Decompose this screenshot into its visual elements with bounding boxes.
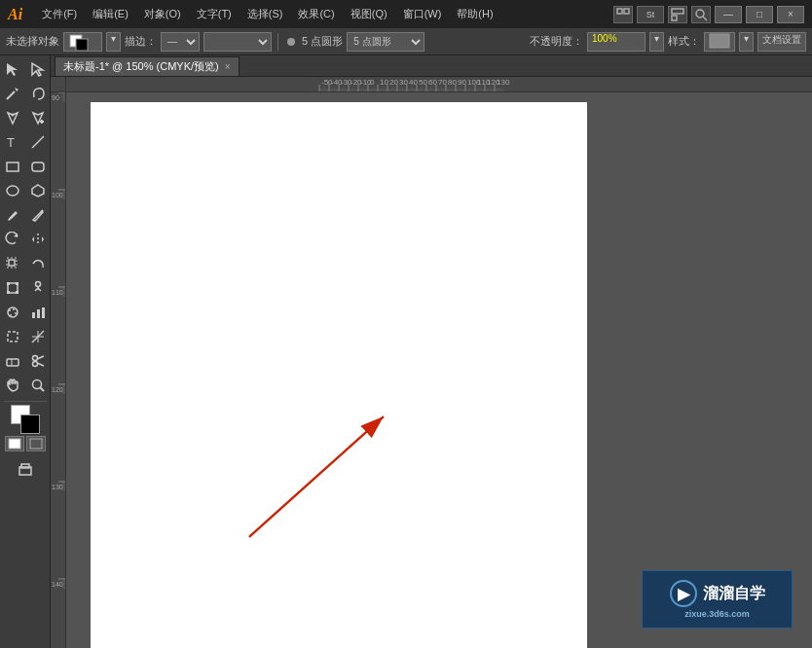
polygon-tool[interactable] (26, 179, 50, 202)
watermark-badge[interactable]: ▶ 溜溜自学 zixue.3d6s.com (642, 570, 793, 629)
normal-mode-icon[interactable] (5, 436, 24, 451)
options-bar: 未选择对象 ▾ 描边： — 5 点圆形 5 点圆形 不透明度： 100% ▾ 样… (0, 28, 812, 55)
document-tab[interactable]: 未标题-1* @ 150% (CMYK/预览) × (55, 56, 240, 76)
workspace-icon[interactable] (668, 6, 687, 23)
point-shape-label: 5 点圆形 (302, 34, 343, 49)
warp-tool[interactable] (26, 252, 50, 275)
style-arrow[interactable]: ▾ (739, 32, 754, 52)
svg-text:130: 130 (497, 78, 510, 87)
svg-marker-13 (15, 88, 18, 91)
selection-tool[interactable] (1, 57, 24, 81)
svg-text:120: 120 (52, 386, 63, 393)
stroke-preview[interactable] (63, 32, 102, 52)
watermark-sub: zixue.3d6s.com (684, 609, 750, 619)
svg-rect-32 (16, 282, 18, 285)
scissors-tool[interactable] (26, 349, 50, 373)
stroke-arrow[interactable]: ▾ (106, 32, 121, 52)
menu-window[interactable]: 窗口(W) (397, 5, 448, 23)
color-pair[interactable] (11, 405, 40, 434)
graph-tool[interactable] (26, 301, 50, 324)
watermark-inner: ▶ 溜溜自学 (670, 580, 765, 607)
lasso-tool[interactable] (26, 82, 50, 105)
tab-close-button[interactable]: × (225, 61, 231, 72)
tool-row-magic (1, 82, 50, 105)
eraser-tool[interactable] (1, 349, 24, 373)
svg-rect-9 (710, 34, 729, 48)
maximize-button[interactable]: □ (746, 6, 773, 23)
menu-help[interactable]: 帮助(H) (451, 5, 498, 23)
drawing-canvas[interactable]: ▶ 溜溜自学 zixue.3d6s.com (66, 92, 812, 648)
tool-row-rotate (1, 228, 50, 251)
magic-wand-tool[interactable] (1, 82, 24, 105)
scale-tool[interactable] (1, 252, 24, 275)
essentials-icon[interactable]: St (637, 6, 664, 23)
pencil-tool[interactable] (26, 203, 50, 227)
svg-rect-60 (30, 439, 42, 449)
svg-point-8 (287, 38, 295, 46)
horizontal-ruler: // Will be drawn by JS below -50-40-30-2… (66, 77, 812, 92)
brush-tool[interactable] (1, 203, 24, 227)
background-color[interactable] (20, 414, 40, 434)
svg-line-12 (7, 91, 15, 99)
menu-file[interactable]: 文件(F) (36, 5, 83, 23)
rectangle-tool[interactable] (1, 155, 24, 178)
screen-mode-icon[interactable] (26, 436, 46, 451)
rounded-rect-tool[interactable] (26, 155, 50, 178)
tool-row-hand (1, 374, 50, 397)
svg-point-14 (11, 114, 14, 117)
symbol-spray-tool[interactable] (1, 301, 24, 324)
svg-point-42 (15, 312, 17, 314)
svg-marker-11 (32, 63, 43, 76)
menu-select[interactable]: 选择(S) (241, 5, 289, 23)
reflect-tool[interactable] (26, 228, 50, 251)
line-tool[interactable] (26, 130, 50, 154)
menu-edit[interactable]: 编辑(E) (87, 5, 134, 23)
svg-line-5 (703, 17, 707, 20)
svg-point-53 (32, 356, 37, 361)
add-anchor-tool[interactable] (26, 106, 50, 129)
ruler-corner (51, 77, 66, 92)
point-shape-select[interactable]: 5 点圆形 (347, 32, 424, 52)
title-bar: Ai 文件(F) 编辑(E) 对象(O) 文字(T) 选择(S) 效果(C) 视… (0, 0, 812, 28)
arrange-icon[interactable] (613, 6, 633, 23)
slice-tool[interactable] (26, 325, 50, 348)
opacity-arrow[interactable]: ▾ (649, 32, 664, 52)
artboard (91, 102, 587, 648)
svg-rect-20 (32, 162, 44, 171)
close-button[interactable]: × (777, 6, 804, 23)
menu-type[interactable]: 文字(T) (191, 5, 238, 23)
menu-view[interactable]: 视图(Q) (345, 5, 393, 23)
rotate-tool[interactable] (1, 228, 24, 251)
tool-row-scale (1, 252, 50, 275)
artboard-tool[interactable] (1, 325, 24, 348)
stroke-select[interactable]: — (161, 32, 200, 52)
svg-rect-33 (7, 291, 10, 294)
style-preview[interactable] (704, 32, 735, 52)
direct-selection-tool[interactable] (26, 57, 50, 81)
search-icon[interactable] (691, 6, 711, 23)
tool-row-brush (1, 203, 50, 227)
canvas-area: // Will be drawn by JS below -50-40-30-2… (51, 77, 812, 648)
zoom-tool[interactable] (26, 374, 50, 397)
extra-tool[interactable] (14, 457, 37, 481)
pen-tool[interactable] (1, 106, 24, 129)
ellipse-tool[interactable] (1, 179, 24, 202)
watermark-play-icon: ▶ (670, 580, 697, 607)
minimize-button[interactable]: — (715, 6, 742, 23)
puppet-warp-tool[interactable] (26, 276, 50, 300)
svg-line-23 (41, 210, 43, 212)
hand-tool[interactable] (1, 374, 24, 397)
main-area: T (0, 55, 812, 648)
opacity-label: 不透明度： (530, 34, 583, 49)
vertical-ruler: 8090100110120130140150160170180190200210… (51, 92, 66, 648)
stroke-width-select[interactable] (203, 32, 272, 52)
type-tool[interactable]: T (1, 130, 24, 154)
svg-point-4 (696, 10, 704, 18)
opacity-value[interactable]: 100% (587, 32, 646, 52)
free-transform-tool[interactable] (1, 276, 24, 300)
menu-object[interactable]: 对象(O) (138, 5, 187, 23)
tool-row-symbol (1, 301, 50, 324)
svg-rect-3 (672, 16, 677, 20)
doc-settings-button[interactable]: 文档设置 (757, 32, 806, 52)
menu-effect[interactable]: 效果(C) (292, 5, 340, 23)
